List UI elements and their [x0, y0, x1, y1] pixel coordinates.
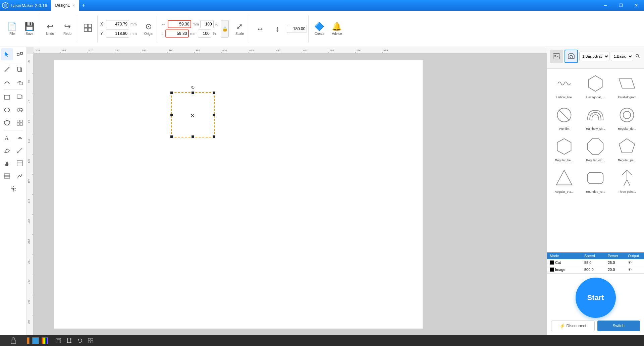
add-tab-btn[interactable]: + — [79, 2, 88, 8]
handle-bottom-middle[interactable] — [192, 135, 194, 138]
polygon-tool[interactable] — [1, 117, 13, 129]
tab-close[interactable]: ✕ — [72, 4, 75, 7]
x-input[interactable] — [106, 20, 129, 28]
bottom-select-btn[interactable] — [54, 336, 63, 345]
save-button[interactable]: 💾 Save — [21, 20, 38, 37]
canvas-area[interactable]: 269 288 307 327 346 365 384 404 — [27, 47, 547, 335]
flip-v-button[interactable]: ↕ — [269, 23, 285, 35]
shape-item-regular-hex[interactable]: Regular_he... — [550, 134, 579, 163]
camera-tab[interactable] — [565, 50, 578, 63]
svg-text:519: 519 — [383, 49, 388, 52]
gallery-category-dropdown[interactable]: 1.BasicGray — [579, 52, 609, 61]
regular-pent-icon — [616, 136, 638, 157]
flip-h-button[interactable]: ↔ — [252, 23, 268, 35]
rotation-input[interactable] — [287, 25, 307, 33]
cut-visibility-btn[interactable]: 👁 — [628, 261, 641, 265]
disconnect-button[interactable]: ⚡ Disconnect — [551, 321, 595, 331]
close-btn[interactable]: ✕ — [629, 0, 644, 11]
x-unit: mm — [130, 22, 137, 26]
file-button[interactable]: 📄 File — [4, 20, 20, 37]
handle-top-right[interactable] — [213, 92, 215, 94]
rect-copy-tool[interactable] — [14, 91, 26, 103]
y-input[interactable] — [106, 30, 129, 38]
shape-item-regular-donut[interactable]: Regular_do... — [612, 103, 641, 132]
switch-button[interactable]: Switch — [597, 321, 640, 331]
grid-tool[interactable] — [14, 117, 26, 129]
advice-button[interactable]: 🔔 Advice — [329, 20, 345, 37]
shape-item-rainbow[interactable]: Rainbow_sh... — [581, 103, 610, 132]
path-tool[interactable] — [14, 170, 26, 182]
shape-item-parallelogram[interactable]: Parallelogram — [612, 71, 641, 100]
special-tool[interactable] — [7, 183, 19, 195]
regular-hex-icon — [553, 136, 575, 157]
height-pct-input[interactable] — [198, 30, 211, 38]
width-input[interactable] — [168, 20, 191, 28]
layer-row-cut[interactable]: Cut 55.0 25.0 👁 — [547, 259, 644, 266]
shape-item-three-point[interactable]: Three-point... — [612, 166, 641, 195]
text-arc-tool[interactable]: A — [14, 132, 26, 144]
scale-button[interactable]: ⤢ Scale — [231, 20, 248, 37]
copy-tool[interactable] — [14, 63, 26, 75]
selected-object[interactable]: ↻ ✕ — [171, 92, 215, 137]
height-input[interactable] — [165, 30, 189, 38]
width-pct-input[interactable] — [200, 20, 214, 28]
shape-item-hexagonal[interactable]: Hexagonal_... — [581, 71, 610, 100]
image-power: 20.0 — [608, 268, 628, 272]
svg-marker-19 — [4, 120, 10, 125]
measure-tool[interactable] — [14, 145, 26, 157]
shape-item-prohibit[interactable]: Prohibit — [550, 103, 579, 132]
flip-v-icon: ↕ — [275, 24, 279, 34]
handle-top-left[interactable] — [170, 92, 173, 94]
fill-pattern-tool[interactable] — [14, 157, 26, 169]
bottom-grid-btn[interactable] — [86, 336, 95, 345]
ellipse-tool[interactable] — [1, 104, 13, 116]
lock-button[interactable]: 🔒 — [221, 20, 229, 38]
gallery-subcategory-dropdown[interactable]: 1.Basic — [611, 52, 633, 61]
svg-marker-111 — [588, 139, 603, 155]
origin-button[interactable]: ⊙ Origin — [141, 20, 157, 37]
curve-tool[interactable] — [1, 76, 13, 88]
photo-gallery-tab[interactable] — [550, 50, 563, 63]
color-blue[interactable] — [32, 337, 39, 344]
redo-button[interactable]: ↪ Redo — [59, 20, 75, 37]
eraser-tool[interactable] — [1, 145, 13, 157]
handle-top-middle[interactable] — [192, 92, 194, 94]
color-rainbow[interactable] — [42, 337, 48, 344]
fill-tool[interactable] — [1, 157, 13, 169]
handle-bottom-right[interactable] — [213, 135, 215, 138]
curve-copy-tool[interactable] — [14, 76, 26, 88]
bottom-crop-btn[interactable] — [64, 336, 74, 345]
ellipse-copy-tool[interactable] — [14, 104, 26, 116]
shape-item-regular-oct[interactable]: Regular_oct... — [581, 134, 610, 163]
height-pct-unit: % — [213, 32, 216, 36]
shape-item-rounded-rect[interactable]: Rounded_re... — [581, 166, 610, 195]
rotate-handle[interactable]: ↻ — [190, 85, 196, 90]
node-tool[interactable] — [14, 48, 26, 60]
handle-bottom-left[interactable] — [170, 135, 173, 138]
rect-tool[interactable] — [1, 91, 13, 103]
maximize-btn[interactable]: ❐ — [613, 0, 629, 11]
image-visibility-btn[interactable]: 👁 — [628, 268, 641, 272]
start-button[interactable]: Start — [576, 278, 616, 318]
bottom-undo-btn[interactable] — [75, 336, 85, 345]
handle-middle-left[interactable] — [170, 114, 173, 116]
canvas-inner[interactable]: ↻ ✕ — [34, 54, 547, 335]
undo-button[interactable]: ↩ Undo — [42, 20, 58, 37]
shape-item-helical-line[interactable]: Helical_line — [550, 71, 579, 100]
text-tool[interactable]: A — [1, 132, 13, 144]
pen-tool[interactable] — [1, 63, 13, 75]
grid-button[interactable] — [80, 22, 96, 36]
select-tool[interactable] — [1, 48, 13, 60]
layer-tool[interactable] — [1, 170, 13, 182]
handle-middle-right[interactable] — [213, 114, 215, 116]
create-button[interactable]: 🔷 Create — [311, 20, 327, 37]
undo-label: Undo — [46, 32, 54, 36]
width-row: ↔ mm % — [161, 20, 218, 28]
minimize-btn[interactable]: ─ — [598, 0, 613, 11]
shape-item-regular-pent[interactable]: Regular_pe... — [612, 134, 641, 163]
layer-row-image[interactable]: Image 500.0 20.0 👁 — [547, 266, 644, 273]
shape-item-regular-tria[interactable]: Regular_tria... — [550, 166, 579, 195]
main-area: A A — [0, 47, 644, 335]
design-tab[interactable]: Design1 ✕ — [51, 0, 79, 11]
gallery-search-btn[interactable] — [635, 52, 641, 60]
